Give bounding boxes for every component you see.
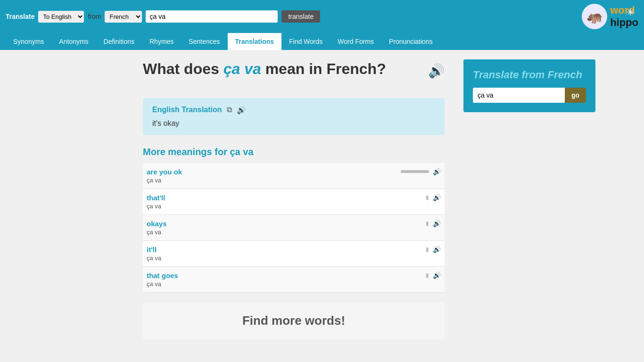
nav-synonyms[interactable]: Synonyms xyxy=(6,33,51,50)
meaning-icons: 🔊 xyxy=(401,168,441,175)
logo-hippo: hippo xyxy=(610,16,638,28)
meaning-speaker-icon[interactable]: 🔊 xyxy=(433,246,441,253)
from-label: from xyxy=(88,13,101,20)
meaning-speaker-icon[interactable]: 🔊 xyxy=(433,220,441,227)
volume-icon: ▮ xyxy=(426,246,429,253)
title-suffix: mean in French? xyxy=(261,60,386,77)
logo-hippo-icon: 🦛 xyxy=(582,4,607,29)
meaning-speaker-icon[interactable]: 🔊 xyxy=(433,272,441,279)
find-more-section: Find more words! xyxy=(143,302,445,339)
meaning-row-inner: okays ▮ 🔊 xyxy=(143,220,445,228)
meaning-word[interactable]: are you ok xyxy=(147,168,182,176)
volume-icon: ▮ xyxy=(426,220,429,227)
nav-rhymes[interactable]: Rhymes xyxy=(142,33,181,50)
volume-icon: ▮ xyxy=(426,194,429,201)
nav-sentences[interactable]: Sentences xyxy=(181,33,227,50)
nav-find-words[interactable]: Find Words xyxy=(281,33,330,50)
translation-speaker-icon[interactable]: 🔊 xyxy=(237,106,246,115)
meaning-original: ça va xyxy=(143,228,445,236)
meaning-word[interactable]: okays xyxy=(147,220,167,228)
sidebar-search-input[interactable] xyxy=(473,88,565,103)
meaning-icons: ▮ 🔊 xyxy=(426,194,441,201)
meaning-row: it'll ▮ 🔊 ça va xyxy=(143,241,445,267)
sidebar-translate-box: Translate from French go xyxy=(463,59,595,112)
translation-label: English Translation xyxy=(152,106,222,114)
meaning-icons: ▮ 🔊 xyxy=(426,246,441,253)
translation-header: English Translation ⧉ 🔊 xyxy=(152,106,435,115)
nav-translations[interactable]: Translations xyxy=(228,33,281,50)
meaning-original: ça va xyxy=(143,176,445,184)
nav-antonyms[interactable]: Antonyms xyxy=(51,33,96,50)
title-prefix: What does xyxy=(143,60,223,77)
meaning-row: that goes ▮ 🔊 ça va xyxy=(143,267,445,293)
translation-box: English Translation ⧉ 🔊 it's okay xyxy=(143,98,445,135)
meaning-row: that'll ▮ 🔊 ça va xyxy=(143,189,445,215)
translation-value: it's okay xyxy=(152,119,435,128)
meaning-row-inner: that'll ▮ 🔊 xyxy=(143,194,445,202)
nav-bar: Synonyms Antonyms Definitions Rhymes Sen… xyxy=(0,33,644,50)
meaning-speaker-icon[interactable]: 🔊 xyxy=(433,194,441,201)
title-row: What does ça va mean in French? 🔊 xyxy=(143,59,445,89)
left-spacer xyxy=(39,59,133,339)
meaning-word[interactable]: that'll xyxy=(147,194,165,202)
volume-bar xyxy=(401,170,429,173)
more-meanings-title: More meanings for ça va xyxy=(143,147,445,157)
meaning-original: ça va xyxy=(143,254,445,262)
find-more-title: Find more words! xyxy=(154,313,433,328)
volume-icon: ▮ xyxy=(426,272,429,279)
nav-pronunciations[interactable]: Pronunciations xyxy=(381,33,440,50)
meaning-word[interactable]: that goes xyxy=(147,272,178,280)
sidebar-go-button[interactable]: go xyxy=(565,88,586,103)
right-sidebar: Translate from French go xyxy=(454,59,595,339)
meaning-icons: ▮ 🔊 xyxy=(426,272,441,279)
meaning-word[interactable]: it'll xyxy=(147,246,157,254)
translate-button[interactable]: translate xyxy=(281,10,320,23)
meaning-speaker-icon[interactable]: 🔊 xyxy=(433,168,441,175)
top-bar: Translate To English To French To Spanis… xyxy=(0,0,644,33)
main-layout: What does ça va mean in French? 🔊 Englis… xyxy=(39,50,605,349)
nav-word-forms[interactable]: Word Forms xyxy=(330,33,381,50)
more-meanings-section: More meanings for ça va are you ok 🔊 ça … xyxy=(143,147,445,293)
language-select[interactable]: French Spanish German Italian xyxy=(105,11,142,23)
page-title: What does ça va mean in French? xyxy=(143,59,386,79)
translate-label: Translate xyxy=(6,13,34,20)
content-area: What does ça va mean in French? 🔊 Englis… xyxy=(133,59,454,339)
title-word: ça va xyxy=(223,60,261,77)
meaning-row: are you ok 🔊 ça va xyxy=(143,163,445,189)
main-speaker-icon[interactable]: 🔊 xyxy=(428,63,445,79)
sidebar-translate-title: Translate from French xyxy=(473,69,586,81)
search-input[interactable] xyxy=(146,10,278,23)
meaning-original: ça va xyxy=(143,280,445,288)
asterisk-icon: ✳ xyxy=(627,7,635,18)
copy-icon[interactable]: ⧉ xyxy=(227,106,232,114)
meaning-original: ça va xyxy=(143,202,445,210)
direction-select[interactable]: To English To French To Spanish To Germa… xyxy=(38,11,84,23)
meaning-row-inner: it'll ▮ 🔊 xyxy=(143,246,445,254)
sidebar-input-row: go xyxy=(473,88,586,103)
meaning-row: okays ▮ 🔊 ça va xyxy=(143,215,445,241)
meaning-icons: ▮ 🔊 xyxy=(426,220,441,227)
nav-definitions[interactable]: Definitions xyxy=(96,33,142,50)
meaning-row-inner: are you ok 🔊 xyxy=(143,168,445,176)
meaning-row-inner: that goes ▮ 🔊 xyxy=(143,272,445,280)
